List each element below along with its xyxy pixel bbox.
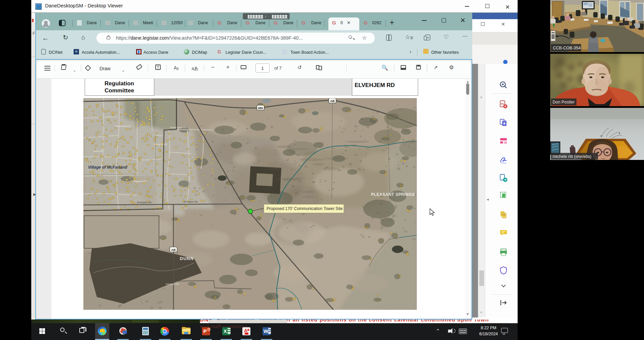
svg-text:Prairie Wood Ct: Prairie Wood Ct [170, 126, 186, 129]
svg-text:AB: AB [330, 99, 335, 103]
svg-text:Siggelkow Rd: Siggelkow Rd [134, 180, 147, 183]
svg-text:Prairie Wood Dr: Prairie Wood Dr [115, 125, 131, 127]
svg-text:CCB-COB-354: CCB-COB-354 [553, 46, 581, 50]
svg-text:Dragonfly Wy: Dragonfly Wy [154, 143, 167, 146]
svg-text:Elvehjem Rd: Elvehjem Rd [137, 201, 152, 204]
svg-text:Don Postler: Don Postler [553, 100, 574, 104]
svg-text:Marsh Rd: Marsh Rd [93, 150, 103, 152]
svg-text:AB: AB [171, 248, 176, 252]
svg-text:Dyreson Rd: Dyreson Rd [166, 283, 179, 286]
svg-text:MN: MN [258, 107, 263, 110]
svg-text:Proposed 170' Communication To: Proposed 170' Communication Tower Site [267, 206, 343, 211]
svg-text:PD: PD [501, 103, 504, 105]
svg-text:michele ritt (she/ella): michele ritt (she/ella) [553, 154, 591, 159]
svg-text:PLEASANT SPRINGS: PLEASANT SPRINGS [371, 192, 415, 197]
svg-text:Village of McFarland: Village of McFarland [88, 165, 127, 170]
svg-text:Elvehjem Rd: Elvehjem Rd [184, 200, 198, 203]
svg-text:DUNN: DUNN [180, 256, 194, 261]
